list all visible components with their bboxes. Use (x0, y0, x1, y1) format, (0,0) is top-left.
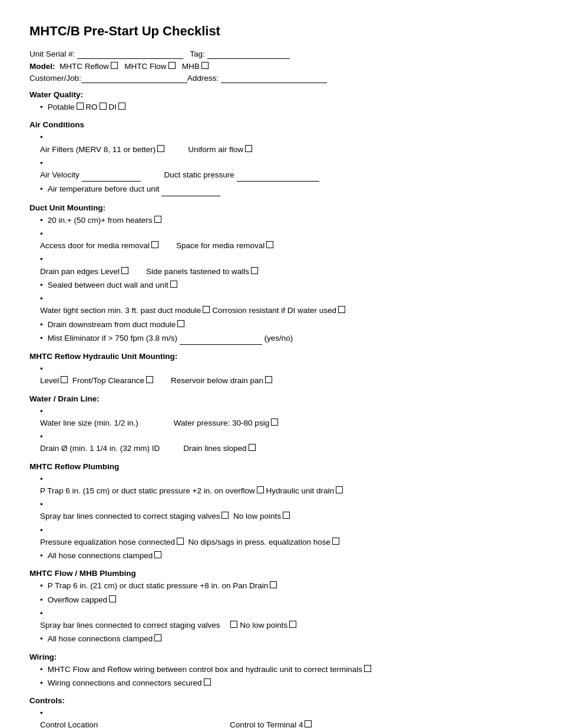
list-item: Control Location Control to Terminal 4 (40, 707, 533, 728)
water-quality-title: Water Quality: (29, 90, 533, 99)
drain-pan-checkbox[interactable] (121, 267, 128, 274)
list-item: Mist Eliminator if > 750 fpm (3.8 m/s) (… (40, 332, 533, 345)
list-item: Potable RO DI (40, 101, 533, 113)
pressure-eq-checkbox[interactable] (177, 538, 184, 545)
unit-serial-label: Unit Serial #: (29, 50, 75, 58)
list-item: Spray bar lines connected to correct sta… (40, 608, 533, 632)
ptrap-reflow-checkbox[interactable] (257, 486, 264, 493)
di-checkbox[interactable] (118, 103, 125, 110)
front-top-checkbox[interactable] (146, 376, 153, 383)
mhtc-flow-mhb-list: P Trap 6 in. (21 cm) or duct static pres… (40, 580, 533, 645)
ptrap-flow-checkbox[interactable] (270, 581, 277, 588)
tag-field[interactable] (207, 50, 290, 59)
mhtc-flow-mhb-title: MHTC Flow / MHB Plumbing (29, 569, 533, 578)
list-item: Level Front/Top Clearance Reservoir belo… (40, 363, 533, 387)
mhb-checkbox[interactable] (201, 62, 209, 69)
address-field[interactable] (221, 74, 327, 83)
mhtc-flow-checkbox[interactable] (168, 62, 176, 69)
mhtc-reflow-hydraulic-list: Level Front/Top Clearance Reservoir belo… (40, 363, 533, 387)
header-section: Unit Serial #: Tag: Model: MHTC Reflow M… (29, 50, 533, 83)
list-item: Air temperature before duct unit (40, 183, 533, 196)
water-drain-title: Water / Drain Line: (29, 394, 533, 403)
duct-unit-mounting-list: 20 in.+ (50 cm)+ from heaters Access doo… (40, 215, 533, 345)
mhtc-reflow-checkbox[interactable] (111, 62, 118, 69)
reservoir-checkbox[interactable] (265, 376, 272, 383)
mhtc-reflow-hydraulic-title: MHTC Reflow Hydraulic Unit Mounting: (29, 352, 533, 361)
drain-downstream-checkbox[interactable] (177, 320, 184, 327)
list-item: MHTC Flow and Reflow wiring between cont… (40, 664, 533, 676)
list-item: Air Velocity Duct static pressure (40, 157, 533, 182)
ro-checkbox[interactable] (100, 103, 107, 110)
list-item: Pressure equalization hose connected No … (40, 525, 533, 549)
list-item: Drain downstream from duct module (40, 319, 533, 331)
mhtc-reflow-plumbing-list: P Trap 6 in. (15 cm) or duct static pres… (40, 473, 533, 562)
no-low-points-flow-checkbox[interactable] (289, 621, 296, 628)
sealed-checkbox[interactable] (170, 281, 177, 288)
unit-serial-field[interactable] (77, 50, 183, 59)
mhtc-flow-label: MHTC Flow (124, 62, 166, 71)
level-checkbox[interactable] (61, 376, 68, 383)
wiring-list: MHTC Flow and Reflow wiring between cont… (40, 664, 533, 690)
list-item: Overflow capped (40, 594, 533, 606)
air-conditions-title: Air Conditions (29, 120, 533, 129)
corrosion-checkbox[interactable] (338, 306, 345, 313)
duct-static-field[interactable] (237, 169, 319, 182)
address-label: Address: (187, 74, 219, 83)
spray-bar-reflow-checkbox[interactable] (222, 512, 229, 519)
access-door-checkbox[interactable] (151, 241, 158, 248)
list-item: Air Filters (MERV 8, 11 or better) Unifo… (40, 131, 533, 156)
wiring-title: Wiring: (29, 653, 533, 661)
potable-checkbox[interactable] (77, 103, 84, 110)
hydraulic-drain-checkbox[interactable] (336, 486, 343, 493)
list-item: Water line size (min. 1/2 in.) Water pre… (40, 406, 533, 430)
list-item: P Trap 6 in. (15 cm) or duct static pres… (40, 473, 533, 498)
water-quality-list: Potable RO DI (40, 101, 533, 113)
hose-clamped-reflow-checkbox[interactable] (154, 551, 161, 558)
air-filters-checkbox[interactable] (157, 145, 164, 152)
uniform-air-checkbox[interactable] (245, 145, 252, 152)
water-tight-checkbox[interactable] (203, 306, 210, 313)
terminal4-checkbox[interactable] (305, 720, 312, 727)
list-item: Wiring connections and connectors secure… (40, 677, 533, 689)
mhtc-reflow-plumbing-title: MHTC Reflow Plumbing (29, 462, 533, 471)
overflow-capped-checkbox[interactable] (109, 595, 116, 602)
air-velocity-field[interactable] (82, 169, 141, 182)
mist-eliminator-field[interactable] (180, 332, 262, 345)
list-item: Water tight section min. 3 ft. past duct… (40, 293, 533, 317)
list-item: 20 in.+ (50 cm)+ from heaters (40, 215, 533, 226)
list-item: P Trap 6 in. (21 cm) or duct static pres… (40, 580, 533, 592)
list-item: Drain pan edges Level Side panels fasten… (40, 253, 533, 278)
drain-sloped-checkbox[interactable] (249, 444, 256, 451)
mhtc-reflow-label: MHTC Reflow (59, 62, 109, 71)
water-pressure-checkbox[interactable] (271, 419, 278, 426)
air-conditions-list: Air Filters (MERV 8, 11 or better) Unifo… (40, 131, 533, 196)
customer-job-field[interactable] (81, 74, 187, 83)
control-location-field[interactable] (100, 719, 218, 728)
no-low-points-reflow-checkbox[interactable] (283, 512, 290, 519)
spray-bar-flow-checkbox[interactable] (230, 621, 237, 628)
tag-label: Tag: (190, 50, 205, 58)
customer-job-label: Customer/Job: (29, 74, 81, 83)
list-item: All hose connections clamped (40, 550, 533, 562)
wiring-secured-checkbox[interactable] (204, 678, 211, 686)
list-item: All hose connections clamped (40, 633, 533, 645)
model-label: Model: (29, 62, 55, 71)
space-media-checkbox[interactable] (266, 241, 273, 248)
mhb-label: MHB (182, 62, 200, 71)
duct-unit-mounting-title: Duct Unit Mounting: (29, 203, 533, 212)
water-drain-list: Water line size (min. 1/2 in.) Water pre… (40, 406, 533, 455)
controls-list: Control Location Control to Terminal 4 A… (40, 707, 533, 728)
wiring-terminals-checkbox[interactable] (364, 665, 371, 672)
controls-title: Controls: (29, 696, 533, 705)
no-dips-checkbox[interactable] (332, 538, 339, 545)
list-item: Sealed between duct wall and unit (40, 279, 533, 291)
list-item: Access door for media removal Space for … (40, 228, 533, 252)
list-item: Spray bar lines connected to correct sta… (40, 499, 533, 523)
hose-clamped-flow-checkbox[interactable] (154, 634, 161, 641)
side-panels-checkbox[interactable] (251, 267, 258, 274)
heaters-checkbox[interactable] (154, 216, 161, 223)
air-temp-field[interactable] (161, 183, 220, 196)
page-title: MHTC/B Pre-Start Up Checklist (29, 24, 533, 39)
list-item: Drain Ø (min. 1 1/4 in. (32 mm) ID Drain… (40, 431, 533, 455)
